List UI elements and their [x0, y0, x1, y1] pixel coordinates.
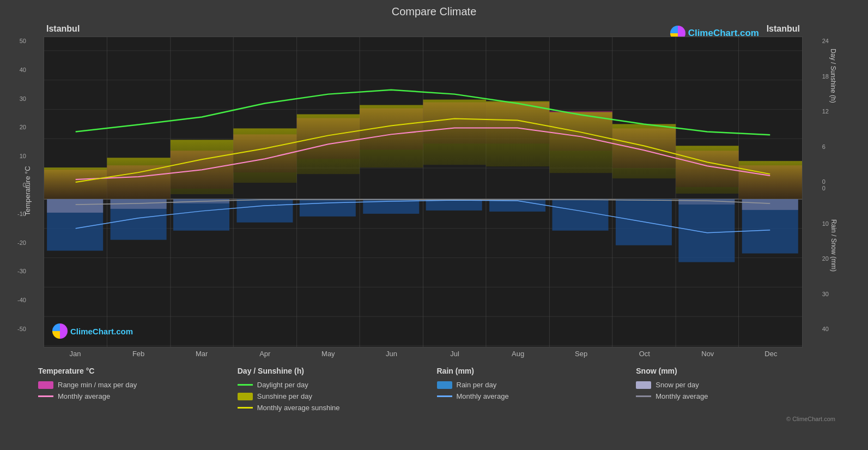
- svg-rect-44: [549, 112, 612, 173]
- svg-rect-47: [739, 161, 802, 199]
- legend-rain-title: Rain (mm): [437, 367, 636, 375]
- axis-tick-right-bottom: 40: [822, 326, 829, 332]
- svg-rect-60: [47, 199, 103, 213]
- legend-area: Temperature °C Range min / max per day M…: [0, 360, 868, 415]
- legend-line-rain-avg: [437, 395, 452, 397]
- svg-rect-51: [236, 199, 293, 223]
- svg-rect-56: [552, 199, 608, 231]
- svg-rect-58: [678, 199, 735, 262]
- month-labels: Jan Feb Mar Apr May Jun Jul Aug Sep Oct …: [44, 347, 803, 360]
- legend-item-temp-range: Range min / max per day: [38, 381, 238, 389]
- city-label-left: Istanbul: [46, 24, 80, 34]
- brand-text-bottom: ClimeChart.com: [70, 327, 133, 336]
- axis-tick-left: -40: [17, 297, 26, 303]
- legend-line-temp-avg: [38, 395, 53, 397]
- svg-rect-38: [171, 140, 233, 194]
- legend-swatch-sunshine: [238, 393, 253, 400]
- axis-label-left: Temperature °C: [23, 166, 32, 215]
- legend-item-sunshine: Sunshine per day: [238, 392, 437, 400]
- legend-label-sunshine: Sunshine per day: [257, 392, 312, 400]
- axis-tick-right-top: 24: [822, 38, 829, 44]
- axis-tick-left: -30: [17, 268, 26, 274]
- axis-tick-right-bottom: 0: [822, 185, 829, 191]
- axis-tick-right-bottom: 10: [822, 220, 829, 227]
- city-label-right: Istanbul: [767, 24, 800, 34]
- legend-item-sunshine-avg: Monthly average sunshine: [238, 404, 437, 412]
- month-sep: Sep: [550, 350, 613, 358]
- chart-title: Compare Climate: [0, 5, 868, 18]
- legend-item-temp-avg: Monthly average: [38, 392, 238, 400]
- legend-swatch-snow: [636, 381, 651, 389]
- legend-snow: Snow (mm) Snow per day Monthly average: [636, 367, 835, 412]
- month-mar: Mar: [170, 350, 233, 358]
- axis-tick-right-top: 6: [822, 143, 829, 150]
- svg-rect-39: [233, 128, 296, 183]
- page-container: Compare Climate Istanbul Istanbul ClimeC…: [0, 0, 868, 450]
- axis-tick-left: 20: [17, 124, 26, 130]
- axis-tick-right-top: 18: [822, 73, 829, 80]
- axis-tick-right-top: 0: [822, 178, 829, 185]
- legend-label-rain-avg: Monthly average: [457, 392, 509, 400]
- axis-label-right-top: Day / Sunshine (h): [829, 49, 836, 103]
- svg-rect-42: [423, 100, 486, 165]
- legend-snow-title: Snow (mm): [636, 367, 835, 375]
- legend-item-rain-avg: Monthly average: [437, 392, 636, 400]
- legend-label-sunshine-avg: Monthly average sunshine: [257, 404, 340, 412]
- month-nov: Nov: [676, 350, 739, 358]
- legend-rain: Rain (mm) Rain per day Monthly average: [437, 367, 636, 412]
- axis-tick-left: 50: [17, 38, 26, 44]
- axis-tick-left: -20: [17, 239, 26, 246]
- month-aug: Aug: [487, 350, 550, 358]
- brand-icon-bottom: [52, 323, 68, 339]
- svg-rect-50: [173, 199, 229, 231]
- month-dec: Dec: [739, 350, 803, 358]
- legend-swatch-temp-range: [38, 381, 53, 389]
- legend-label-snow-avg: Monthly average: [655, 392, 708, 400]
- legend-label-rain-day: Rain per day: [457, 381, 497, 389]
- svg-rect-41: [360, 105, 423, 168]
- legend-line-daylight: [238, 384, 253, 386]
- month-jun: Jun: [360, 350, 423, 358]
- legend-label-temp-range: Range min / max per day: [58, 381, 137, 389]
- legend-item-snow-day: Snow per day: [636, 381, 835, 389]
- chart-svg: [44, 37, 802, 347]
- svg-rect-36: [44, 167, 107, 199]
- axis-tick-right-bottom: 20: [822, 255, 829, 262]
- month-jul: Jul: [423, 350, 486, 358]
- month-may: May: [296, 350, 360, 358]
- svg-rect-64: [742, 199, 798, 210]
- month-oct: Oct: [613, 350, 676, 358]
- axis-label-right-bottom: Rain / Snow (mm): [830, 219, 837, 272]
- month-apr: Apr: [233, 350, 296, 358]
- legend-item-rain-day: Rain per day: [437, 381, 636, 389]
- legend-item-snow-avg: Monthly average: [636, 392, 835, 400]
- svg-rect-43: [486, 101, 549, 167]
- svg-rect-52: [300, 199, 356, 217]
- legend-label-daylight: Daylight per day: [257, 381, 308, 389]
- axis-tick-left: 10: [17, 153, 26, 159]
- month-jan: Jan: [44, 350, 107, 358]
- legend-sunshine: Day / Sunshine (h) Daylight per day Suns…: [238, 367, 437, 412]
- legend-item-daylight: Daylight per day: [238, 381, 437, 389]
- legend-label-snow-day: Snow per day: [655, 381, 699, 389]
- axis-tick-left: 40: [17, 67, 26, 73]
- brand-bottom: ClimeChart.com: [52, 323, 133, 339]
- copyright: © ClimeChart.com: [0, 416, 868, 422]
- svg-rect-37: [107, 158, 170, 199]
- legend-temperature-title: Temperature °C: [38, 367, 238, 375]
- legend-line-sunshine-avg: [238, 407, 253, 409]
- legend-swatch-rain: [437, 381, 452, 389]
- axis-tick-right-top: 12: [822, 108, 829, 115]
- axis-tick-right-bottom: 30: [822, 291, 829, 297]
- month-feb: Feb: [107, 350, 170, 358]
- legend-sunshine-title: Day / Sunshine (h): [238, 367, 437, 375]
- legend-temperature: Temperature °C Range min / max per day M…: [38, 367, 238, 412]
- legend-label-temp-avg: Monthly average: [58, 392, 110, 400]
- axis-tick-left: -50: [17, 326, 26, 332]
- legend-line-snow-avg: [636, 395, 651, 397]
- axis-tick-left: 30: [17, 95, 26, 102]
